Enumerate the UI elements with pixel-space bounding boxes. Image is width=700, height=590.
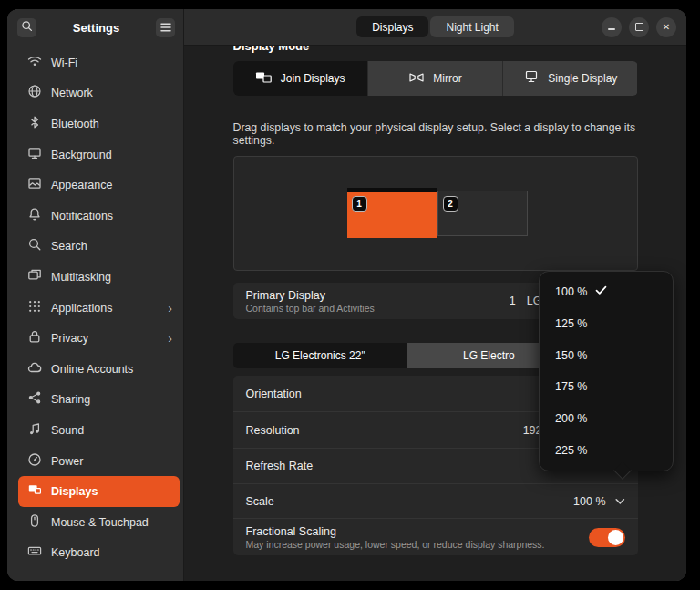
sidebar-item-label: Displays [51,485,98,498]
sidebar-item-label: Wi-Fi [51,57,77,69]
fractional-scaling-row[interactable]: Fractional Scaling May increase power us… [233,518,638,555]
sidebar-item-online-accounts[interactable]: Online Accounts [18,354,180,385]
resolution-label: Resolution [246,424,300,437]
scale-popover: 100 % 125 % 150 % 175 % 200 % 225 % [539,271,674,471]
sidebar-item-notifications[interactable]: Notifications [18,201,180,232]
scale-option-label: 150 % [555,349,587,362]
scale-option-label: 125 % [555,317,587,330]
bluetooth-icon [27,115,42,133]
sidebar-item-displays[interactable]: Displays [18,476,180,507]
scale-dropdown[interactable]: 100 % [573,495,624,508]
scale-option-label: 175 % [555,380,587,393]
cloud-icon [27,360,42,378]
network-icon [27,84,42,102]
wifi-icon [27,54,42,72]
headerbar: Displays Night Light ✕ [184,9,686,46]
primary-display-value: 1 LG [510,295,542,307]
search-icon [27,237,42,255]
sidebar-item-applications[interactable]: Applications › [18,293,180,324]
close-icon: ✕ [663,23,670,32]
minimize-icon [608,28,615,30]
display-2-badge: 2 [443,196,458,212]
view-switcher: Displays Night Light [356,16,514,37]
refresh-rate-label: Refresh Rate [246,460,314,472]
sidebar-item-label: Sound [51,424,84,437]
display-mode-label: Display Mode [233,46,638,53]
menu-button[interactable] [156,18,175,37]
sidebar-item-label: Multitasking [51,271,111,284]
sidebar-item-wifi[interactable]: Wi-Fi [18,47,180,78]
scale-option-100[interactable]: 100 % [540,276,673,308]
sidebar-item-label: Notifications [51,210,113,223]
sidebar-item-keyboard[interactable]: Keyboard [18,538,180,569]
mirror-button[interactable]: Mirror [367,61,502,96]
sidebar-item-multitasking[interactable]: Multitasking [18,262,180,293]
window-controls: ✕ [602,9,676,45]
sidebar-item-label: Background [51,149,112,161]
mirror-label: Mirror [433,72,461,85]
search-button[interactable] [17,18,36,37]
sidebar-item-label: Sharing [51,393,90,406]
toggle-knob [608,530,623,545]
sidebar-item-search[interactable]: Search [18,232,180,263]
bell-icon [27,207,42,225]
display-1[interactable]: 1 [347,188,437,238]
maximize-button[interactable] [629,17,649,37]
drag-hint: Drag displays to match your physical dis… [233,121,638,147]
sound-icon [27,421,42,440]
share-icon [27,390,42,409]
sidebar-item-label: Search [51,240,88,253]
sidebar-item-privacy[interactable]: Privacy › [18,323,180,354]
primary-display-number: 1 [510,295,516,307]
scale-option-200[interactable]: 200 % [540,403,673,435]
sidebar-header: Settings [7,9,184,46]
close-button[interactable]: ✕ [656,17,676,37]
sidebar-item-mouse-touchpad[interactable]: Mouse & Touchpad [18,507,180,538]
fractional-scaling-toggle[interactable] [589,528,625,547]
single-display-button[interactable]: Single Display [502,61,637,96]
sidebar-item-label: Privacy [51,332,88,345]
chevron-right-icon: › [168,302,172,315]
minimize-button[interactable] [602,17,622,37]
join-displays-icon [255,71,273,87]
main-content: Display Mode Join Displays Mirror Single… [184,46,686,581]
sidebar-item-bluetooth[interactable]: Bluetooth [18,109,180,140]
sidebar-item-appearance[interactable]: Appearance [18,170,180,201]
sidebar-item-label: Mouse & Touchpad [51,516,149,529]
join-displays-button[interactable]: Join Displays [233,61,367,96]
sidebar-item-label: Appearance [51,179,112,191]
monitor-tab-lg-22[interactable]: LG Electronics 22" [233,343,408,368]
sidebar-item-sharing[interactable]: Sharing [18,385,180,416]
scale-row[interactable]: Scale 100 % [233,483,638,518]
sidebar-item-sound[interactable]: Sound [18,415,180,446]
scale-value: 100 % [573,495,605,508]
mirror-icon [408,71,425,87]
scale-option-225[interactable]: 225 % [540,434,673,466]
sidebar-item-label: Network [51,87,93,99]
fractional-scaling-text: Fractional Scaling May increase power us… [246,525,545,550]
scale-option-label: 200 % [555,412,587,425]
display-2[interactable]: 2 [438,191,528,236]
tab-night-light[interactable]: Night Light [430,16,513,37]
scale-option-175[interactable]: 175 % [540,371,673,403]
scale-option-150[interactable]: 150 % [540,339,673,371]
mouse-icon [27,513,42,532]
check-icon [595,285,607,298]
chevron-right-icon: › [168,332,172,345]
scale-option-125[interactable]: 125 % [540,308,673,340]
fractional-scaling-description: May increase power usage, lower speed, o… [246,539,545,550]
sidebar-item-label: Bluetooth [51,118,99,130]
display-arrangement-panel: 1 2 [233,156,638,271]
tab-displays[interactable]: Displays [356,16,428,37]
applications-icon [27,299,42,317]
sidebar-item-label: Applications [51,302,112,315]
maximize-icon [635,23,643,31]
sidebar-item-label: Online Accounts [51,363,133,376]
sidebar-item-background[interactable]: Background [18,140,180,171]
sidebar-item-network[interactable]: Network [18,78,180,109]
fractional-scaling-label: Fractional Scaling [246,525,545,538]
sidebar-item-power[interactable]: Power [18,446,180,477]
single-display-label: Single Display [548,72,617,85]
lock-icon [27,329,42,347]
single-display-icon [523,70,540,87]
